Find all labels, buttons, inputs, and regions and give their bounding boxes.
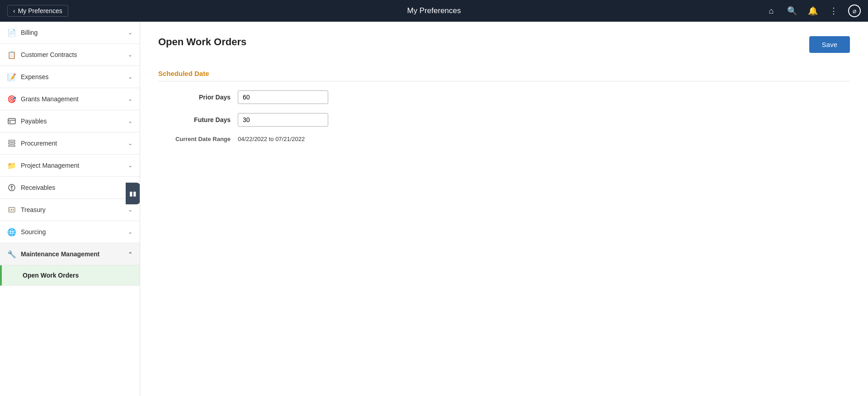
maintenance-management-icon: 🔧 <box>7 250 16 259</box>
svg-rect-0 <box>8 118 15 124</box>
sourcing-icon: 🌐 <box>7 227 16 236</box>
section-scheduled-date-label: Scheduled Date <box>158 70 850 81</box>
content-header: Open Work Orders Save <box>158 36 850 62</box>
top-nav-icons: ⌂ 🔍 🔔 ⋮ ⌀ <box>765 5 861 17</box>
maintenance-management-chevron-icon: ⌄ <box>128 251 132 257</box>
svg-rect-2 <box>9 122 11 123</box>
sidebar-item-billing-label: Billing <box>21 29 38 36</box>
customer-contracts-chevron-icon: ⌄ <box>128 52 132 58</box>
sidebar-collapse-handle[interactable]: ▮▮ <box>126 183 140 204</box>
current-date-range-value: 04/22/2022 to 07/21/2022 <box>238 136 305 142</box>
svg-rect-11 <box>11 209 12 211</box>
svg-rect-3 <box>9 140 15 141</box>
receivables-icon <box>7 183 16 192</box>
sidebar-item-billing[interactable]: 📄 Billing ⌄ <box>0 22 140 44</box>
expenses-chevron-icon: ⌄ <box>128 74 132 80</box>
future-days-label: Future Days <box>158 116 231 123</box>
back-arrow-icon: ‹ <box>13 7 15 14</box>
user-circle-icon[interactable]: ⌀ <box>848 5 861 17</box>
future-days-input[interactable] <box>238 113 328 127</box>
sourcing-chevron-icon: ⌄ <box>128 229 132 235</box>
procurement-chevron-icon: ⌄ <box>128 140 132 146</box>
project-management-chevron-icon: ⌄ <box>128 162 132 169</box>
sidebar-subitem-open-work-orders[interactable]: Open Work Orders <box>0 265 140 286</box>
sidebar-item-treasury-label: Treasury <box>21 206 46 213</box>
payables-chevron-icon: ⌄ <box>128 118 132 124</box>
sidebar-item-receivables[interactable]: Receivables ⌄ <box>0 177 140 199</box>
procurement-icon <box>7 139 16 148</box>
prior-days-row: Prior Days <box>158 90 850 104</box>
collapse-icon: ▮▮ <box>129 190 137 197</box>
back-button-label: My Preferences <box>18 7 62 14</box>
sidebar-item-project-management[interactable]: 📁 Project Management ⌄ <box>0 155 140 177</box>
main-content: Open Work Orders Save Scheduled Date Pri… <box>140 22 868 396</box>
billing-icon: 📄 <box>7 28 16 37</box>
bell-icon[interactable]: 🔔 <box>807 5 819 17</box>
payables-icon <box>7 117 16 126</box>
sidebar-item-expenses[interactable]: 📝 Expenses ⌄ <box>0 66 140 88</box>
page-header-title: My Preferences <box>407 6 461 15</box>
more-menu-icon[interactable]: ⋮ <box>827 5 840 17</box>
prior-days-input[interactable] <box>238 90 328 104</box>
sidebar-item-treasury[interactable]: Treasury ⌄ <box>0 199 140 221</box>
home-icon[interactable]: ⌂ <box>765 5 778 17</box>
expenses-icon: 📝 <box>7 72 16 81</box>
svg-rect-5 <box>9 145 15 146</box>
svg-rect-10 <box>9 209 10 211</box>
treasury-icon <box>7 205 16 214</box>
project-management-icon: 📁 <box>7 161 16 170</box>
sidebar-item-maintenance-management-label: Maintenance Management <box>21 250 99 258</box>
sidebar-item-customer-contracts-label: Customer Contracts <box>21 51 77 58</box>
sidebar-item-sourcing[interactable]: 🌐 Sourcing ⌄ <box>0 221 140 243</box>
top-navigation: ‹ My Preferences My Preferences ⌂ 🔍 🔔 ⋮ … <box>0 0 868 22</box>
sidebar-item-grants-management[interactable]: 🎯 Grants Management ⌄ <box>0 88 140 110</box>
svg-rect-12 <box>13 209 14 211</box>
sidebar-item-expenses-label: Expenses <box>21 73 48 80</box>
page-title: Open Work Orders <box>158 36 246 48</box>
treasury-chevron-icon: ⌄ <box>128 207 132 213</box>
search-icon[interactable]: 🔍 <box>786 5 798 17</box>
back-button[interactable]: ‹ My Preferences <box>7 5 68 17</box>
sidebar-subitem-open-work-orders-label: Open Work Orders <box>23 272 79 279</box>
sidebar-item-sourcing-label: Sourcing <box>21 228 46 236</box>
billing-chevron-icon: ⌄ <box>128 29 132 36</box>
main-layout: 📄 Billing ⌄ 📋 Customer Contracts ⌄ 📝 Exp… <box>0 22 868 396</box>
sidebar-item-grants-management-label: Grants Management <box>21 95 79 103</box>
current-date-range-label: Current Date Range <box>158 136 231 142</box>
sidebar-item-payables[interactable]: Payables ⌄ <box>0 110 140 132</box>
prior-days-label: Prior Days <box>158 94 231 101</box>
sidebar-item-customer-contracts[interactable]: 📋 Customer Contracts ⌄ <box>0 44 140 66</box>
sidebar-item-procurement-label: Procurement <box>21 140 57 147</box>
sidebar-item-payables-label: Payables <box>21 118 47 125</box>
future-days-row: Future Days <box>158 113 850 127</box>
svg-rect-4 <box>9 143 15 144</box>
sidebar: 📄 Billing ⌄ 📋 Customer Contracts ⌄ 📝 Exp… <box>0 22 140 396</box>
customer-contracts-icon: 📋 <box>7 50 16 59</box>
sidebar-item-project-management-label: Project Management <box>21 162 79 169</box>
grants-management-chevron-icon: ⌄ <box>128 96 132 102</box>
sidebar-item-maintenance-management[interactable]: 🔧 Maintenance Management ⌄ <box>0 243 140 265</box>
sidebar-item-procurement[interactable]: Procurement ⌄ <box>0 132 140 155</box>
sidebar-item-receivables-label: Receivables <box>21 184 55 191</box>
current-date-range-row: Current Date Range 04/22/2022 to 07/21/2… <box>158 136 850 142</box>
sidebar-scroll: 📄 Billing ⌄ 📋 Customer Contracts ⌄ 📝 Exp… <box>0 22 140 396</box>
grants-management-icon: 🎯 <box>7 94 16 104</box>
save-button[interactable]: Save <box>809 36 850 53</box>
